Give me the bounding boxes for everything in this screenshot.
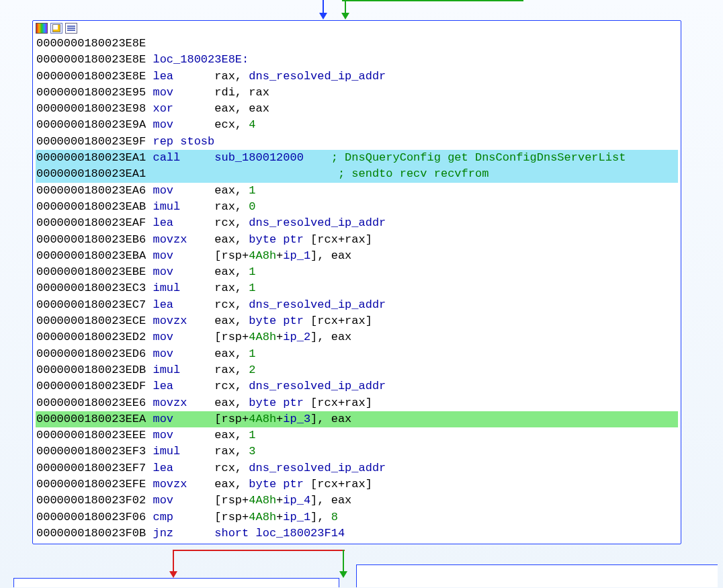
disassembly-listing[interactable]: 0000000180023E8E0000000180023E8E loc_180…	[33, 36, 681, 544]
address: 0000000180023E8E	[36, 70, 146, 83]
address: 0000000180023E8E	[36, 37, 146, 50]
mnemonic: mov	[153, 118, 214, 131]
disasm-line[interactable]: 0000000180023ECE movzx eax, byte ptr [rc…	[36, 313, 678, 329]
mnemonic: mov	[153, 249, 214, 262]
operand-text: +	[276, 413, 283, 425]
comment: ; DnsQueryConfig get DnsConfigDnsServerL…	[331, 151, 626, 164]
graph-node-basic-block[interactable]: 0000000180023E8E0000000180023E8E loc_180…	[32, 20, 681, 544]
disasm-line[interactable]: 0000000180023F02 mov [rsp+4A8h+ip_4], ea…	[36, 493, 678, 509]
graph-node-successor-left[interactable]	[13, 578, 339, 587]
disasm-line[interactable]: 0000000180023EEE mov eax, 1	[36, 427, 678, 444]
operand-text: [rsp+	[214, 494, 249, 507]
immediate: 1	[249, 282, 255, 294]
disasm-line[interactable]: 0000000180023EBE mov eax, 1	[36, 264, 678, 280]
disasm-line[interactable]: 0000000180023EDB imul rax, 2	[36, 362, 678, 378]
symbol: ip_2	[283, 331, 310, 343]
disasm-line[interactable]: 0000000180023EFE movzx eax, byte ptr [rc…	[36, 476, 678, 493]
mnemonic: call	[153, 151, 214, 164]
operand-text: rcx,	[214, 380, 249, 392]
disasm-line[interactable]: 0000000180023EE6 movzx eax, byte ptr [rc…	[36, 395, 678, 411]
operand-text: [rsp+	[214, 249, 249, 262]
bars-icon[interactable]	[65, 23, 77, 34]
immediate: 0	[249, 200, 255, 213]
operand-text: [rsp+	[214, 511, 249, 523]
symbol: sub_180012000	[214, 151, 304, 164]
operand-text: [rsp+	[214, 331, 249, 343]
immediate: 4A8h	[249, 413, 276, 425]
operand-text: eax, eax	[214, 102, 269, 115]
operand-text: rax,	[214, 445, 249, 458]
immediate: 4	[249, 118, 255, 131]
operand-text: +	[276, 511, 283, 523]
disasm-line[interactable]: 0000000180023EB6 movzx eax, byte ptr [rc…	[36, 232, 678, 248]
immediate: 1	[249, 429, 255, 442]
operand-text: byte ptr	[249, 314, 310, 327]
immediate: 1	[249, 347, 255, 360]
symbol: ip_4	[283, 494, 310, 507]
disasm-line[interactable]: 0000000180023EAF lea rcx, dns_resolved_i…	[36, 215, 678, 231]
disasm-line[interactable]: 0000000180023EA1 ; sendto recv recvfrom	[36, 166, 678, 182]
address: 0000000180023EBA	[36, 249, 146, 262]
disasm-line[interactable]: 0000000180023EA1 call sub_180012000 ; Dn…	[36, 150, 678, 166]
disasm-line[interactable]: 0000000180023ED2 mov [rsp+4A8h+ip_2], ea…	[36, 329, 678, 345]
immediate: 1	[249, 265, 255, 278]
operand-text: eax,	[214, 314, 249, 327]
disasm-line[interactable]: 0000000180023EC3 imul rax, 1	[36, 280, 678, 296]
address: 0000000180023F02	[36, 494, 146, 507]
address: 0000000180023EBE	[36, 265, 146, 278]
disasm-line[interactable]: 0000000180023E9A mov ecx, 4	[36, 117, 678, 133]
disasm-line[interactable]: 0000000180023E95 mov rdi, rax	[36, 85, 678, 101]
mnemonic: xor	[153, 102, 214, 115]
mnemonic: lea	[153, 298, 214, 311]
disasm-line[interactable]: 0000000180023EF3 imul rax, 3	[36, 444, 678, 460]
mnemonic: imul	[153, 282, 214, 294]
operand-text: byte ptr	[249, 396, 310, 409]
node-toolbar	[33, 21, 681, 36]
disasm-line[interactable]: 0000000180023EAB imul rax, 0	[36, 199, 678, 215]
label: loc_180023E8E:	[153, 53, 249, 66]
operand-text: [rcx+rax]	[310, 233, 372, 246]
disasm-line[interactable]: 0000000180023EA6 mov eax, 1	[36, 183, 678, 199]
immediate: 4A8h	[249, 494, 276, 507]
mnemonic: imul	[153, 200, 214, 213]
operand-text: ], eax	[310, 249, 351, 262]
address: 0000000180023EEA	[36, 413, 146, 425]
incoming-edge-green	[341, 0, 349, 20]
symbol: loc_180023F14	[255, 527, 345, 540]
disasm-line[interactable]: 0000000180023EC7 lea rcx, dns_resolved_i…	[36, 297, 678, 313]
address: 0000000180023ED2	[36, 331, 146, 343]
operand-text: +	[276, 249, 283, 262]
comment: ; sendto recv recvfrom	[338, 167, 488, 180]
address: 0000000180023EAB	[36, 200, 146, 213]
edit-icon[interactable]	[50, 23, 62, 34]
symbol: dns_resolved_ip_addr	[249, 462, 386, 474]
disasm-line[interactable]: 0000000180023ED6 mov eax, 1	[36, 346, 678, 362]
disasm-line[interactable]: 0000000180023E9F rep stosb	[36, 134, 678, 150]
operand-text: eax,	[214, 396, 249, 409]
mnemonic: jnz	[153, 527, 214, 540]
disasm-line[interactable]: 0000000180023EBA mov [rsp+4A8h+ip_1], ea…	[36, 248, 678, 264]
mnemonic: mov	[153, 331, 214, 343]
operand-text: rdi, rax	[214, 86, 269, 99]
disasm-line[interactable]: 0000000180023EDF lea rcx, dns_resolved_i…	[36, 378, 678, 394]
disasm-line[interactable]: 0000000180023F06 cmp [rsp+4A8h+ip_1], 8	[36, 509, 678, 526]
disasm-line[interactable]: 0000000180023E8E	[36, 36, 678, 52]
disasm-line[interactable]: 0000000180023E8E loc_180023E8E:	[36, 52, 678, 68]
address: 0000000180023EAF	[36, 216, 146, 229]
mnemonic: mov	[153, 86, 214, 99]
mnemonic: mov	[153, 265, 214, 278]
disasm-line[interactable]: 0000000180023E98 xor eax, eax	[36, 101, 678, 117]
operand-text: rax,	[214, 200, 249, 213]
address: 0000000180023EDB	[36, 364, 146, 376]
graph-node-successor-right[interactable]	[356, 564, 718, 587]
disasm-line[interactable]: 0000000180023F0B jnz short loc_180023F14	[36, 526, 678, 542]
disasm-line[interactable]: 0000000180023EEA mov [rsp+4A8h+ip_3], ea…	[36, 411, 678, 427]
mnemonic	[153, 167, 214, 180]
immediate: 4A8h	[249, 331, 276, 343]
disasm-line[interactable]: 0000000180023E8E lea rax, dns_resolved_i…	[36, 69, 678, 85]
outgoing-edge-false	[169, 550, 177, 578]
incoming-edge-blue	[319, 0, 327, 20]
palette-icon[interactable]	[36, 23, 48, 34]
disasm-line[interactable]: 0000000180023EF7 lea rcx, dns_resolved_i…	[36, 460, 678, 476]
symbol: ip_1	[283, 511, 310, 523]
